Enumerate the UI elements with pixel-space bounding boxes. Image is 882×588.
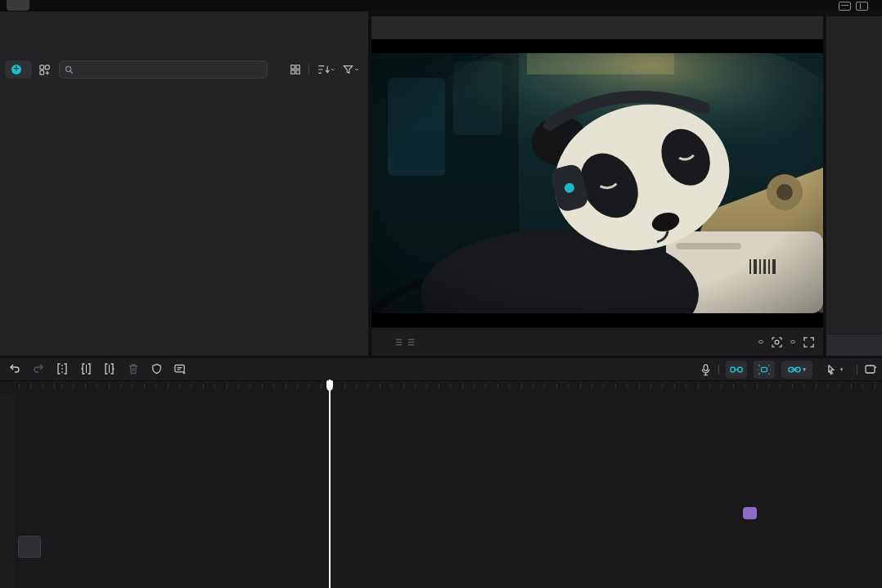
grid-view-icon[interactable]	[290, 64, 301, 75]
marker-list-icon[interactable]	[394, 338, 403, 347]
import-plus-icon	[11, 65, 21, 74]
sort-icon[interactable]	[317, 64, 335, 75]
search-box[interactable]	[59, 61, 268, 79]
fullscreen-icon[interactable]	[803, 336, 815, 348]
timeline-tracks	[0, 358, 882, 588]
track-header-strip	[0, 394, 15, 588]
layout-toggle-icon[interactable]	[839, 2, 851, 11]
filter-icon[interactable]	[342, 64, 360, 75]
draft-params-title	[826, 16, 882, 39]
marker-list-icon-2[interactable]	[407, 338, 416, 347]
app-menu-button[interactable]	[7, 0, 29, 11]
player-panel	[371, 16, 823, 356]
effect-badge-icon[interactable]	[743, 507, 757, 519]
focus-frame-icon[interactable]	[771, 336, 783, 348]
playhead-line[interactable]	[329, 379, 331, 588]
toolbar-separator	[308, 65, 309, 74]
timeline-panel: ▾ ▾	[0, 358, 882, 588]
quality-button[interactable]	[758, 340, 763, 343]
material-library-icon[interactable]	[38, 64, 51, 76]
video-preview	[371, 39, 823, 327]
search-icon	[65, 65, 74, 74]
media-tabbar	[3, 16, 365, 50]
media-panel	[0, 11, 368, 356]
params-footer-strip	[826, 334, 882, 356]
title-bar	[0, 0, 882, 11]
draft-params-panel	[826, 16, 882, 356]
search-input[interactable]	[78, 65, 262, 75]
panel-layout-icon[interactable]	[856, 2, 868, 11]
playhead-handle[interactable]	[326, 380, 333, 388]
cover-button[interactable]	[18, 536, 41, 558]
ratio-button[interactable]	[790, 340, 795, 343]
import-button[interactable]	[5, 61, 32, 79]
video-frame-panda	[371, 53, 823, 313]
